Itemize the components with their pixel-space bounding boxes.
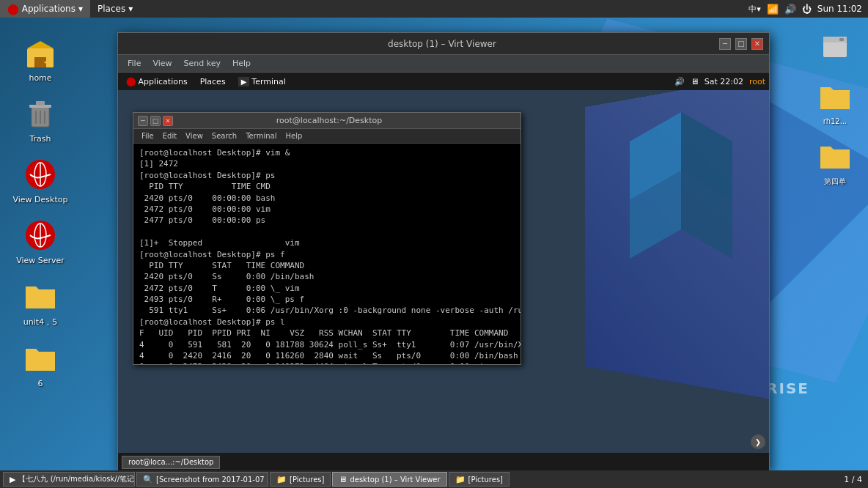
places-menu[interactable]: Places ▾ [90,0,140,18]
vm-window-buttons: ─ □ ✕ [716,38,763,50]
desktop-icon-fourth-unit[interactable]: 第四单 [814,136,856,190]
terminal-menu-view[interactable]: View [181,132,207,140]
desktop-icon-view-desktop[interactable]: View Desktop [4,154,77,207]
redhat-logo: ⬤ [7,3,19,15]
applications-menu[interactable]: ⬤ Applications ▾ [0,0,90,18]
taskbar-item-label-1: [Screenshot from 2017-01-07 ... [156,476,268,484]
inner-terminal-menu[interactable]: ▶ Terminal [234,77,290,86]
clock: Sun 11:02 [817,4,862,14]
vm-minimize-button[interactable]: ─ [719,38,731,50]
inner-terminal-icon: ▶ [238,77,250,86]
taskbar-terminal-icon: ▶ [10,475,15,484]
disk-icon [817,28,853,63]
home-icon-label: home [29,73,51,83]
taskbar-right: 1 / 4 [838,475,868,484]
page-indicator: 1 / 4 [844,475,862,484]
vm-close-button[interactable]: ✕ [751,38,763,50]
taskbar-items: ▶ 【七八九 (/run/media/kiosk//笔记... 🔍 [Scree… [0,472,838,487]
taskbar-item-78901[interactable]: ▶ 【七八九 (/run/media/kiosk//笔记... [3,472,135,487]
inner-task-terminal[interactable]: root@loca...:~/Desktop [122,456,220,469]
vm-menubar: File View Send key Help [118,55,769,73]
desktop-icon-6[interactable]: 6 [4,338,77,391]
inner-rh-logo: ⬤ [126,76,136,86]
terminal-menu-file[interactable]: File [137,132,158,140]
input-method[interactable]: 中▾ [749,4,761,15]
svg-point-3 [45,62,47,64]
inner-panel: ⬤ Applications Places ▶ Terminal 🔊 🖥 Sat… [118,73,769,90]
taskbar-item-label-4: [Pictures] [468,476,503,484]
desktop-icon-unit45[interactable]: unit4，5 [4,276,77,330]
inner-places-menu[interactable]: Places [196,77,230,86]
terminal-minimize-button[interactable]: ─ [138,116,148,126]
inner-volume-icon[interactable]: 🔊 [674,77,685,86]
taskbar-item-label-3: desktop (1) – Virt Viewer [350,476,440,484]
view-desktop-icon [23,157,58,192]
rh124-label-text: rh12... [823,117,847,125]
power-icon[interactable]: ⏻ [802,4,812,15]
unit45-folder-icon [23,278,58,314]
desktop-icon-rh124[interactable]: rh12... [814,76,856,128]
3d-decoration [608,105,754,290]
terminal-menu-terminal[interactable]: Terminal [241,132,281,140]
taskbar-folder-icon-2: 📁 [455,475,466,484]
inner-user: root [749,77,765,86]
home-folder-icon [23,35,58,70]
inner-clock: Sat 22:02 [705,77,743,86]
taskbar-item-pictures2[interactable]: 📁 [Pictures] [449,472,510,487]
vm-titlebar: desktop (1) – Virt Viewer ─ □ ✕ [118,33,769,55]
applications-label: Applications [22,4,76,14]
applications-arrow: ▾ [78,4,83,14]
vm-menu-file[interactable]: File [122,55,147,73]
inner-display-icon[interactable]: 🖥 [691,77,699,86]
inner-taskbar: root@loca...:~/Desktop [118,453,769,471]
top-panel-right: 中▾ 📶 🔊 ⏻ Sun 11:02 [749,4,868,15]
folder6-label: 6 [38,379,43,388]
inner-task-terminal-label: root@loca...:~/Desktop [128,458,213,466]
desktop-icon-trash[interactable]: Trash [4,93,77,147]
terminal-menu-help[interactable]: Help [281,132,306,140]
inner-applications-label: Applications [138,77,187,86]
terminal-restore-button[interactable]: □ [150,116,161,126]
terminal-menu-edit[interactable]: Edit [158,132,181,140]
wifi-icon[interactable]: 📶 [767,4,779,15]
desktop-icon-disk[interactable] [814,25,856,69]
fourth-unit-label: 第四单 [824,177,846,187]
vm-menu-help[interactable]: Help [227,55,257,73]
volume-icon[interactable]: 🔊 [784,4,796,15]
bottom-taskbar: ▶ 【七八九 (/run/media/kiosk//笔记... 🔍 [Scree… [0,470,868,488]
taskbar-item-virt-viewer[interactable]: 🖥 desktop (1) – Virt Viewer [332,472,446,487]
vm-menu-sendkey[interactable]: Send key [178,55,227,73]
top-panel: ⬤ Applications ▾ Places ▾ 中▾ 📶 🔊 ⏻ Sun 1… [0,0,868,18]
terminal-close-button[interactable]: ✕ [163,116,173,126]
inner-applications-menu[interactable]: ⬤ Applications [122,76,192,86]
view-server-icon [23,218,58,253]
vm-content: ⬤ Applications Places ▶ Terminal 🔊 🖥 Sat… [118,73,769,471]
svg-rect-6 [36,101,45,106]
rh124-folder-icon [817,79,853,114]
taskbar-item-screenshot[interactable]: 🔍 [Screenshot from 2017-01-07 ... [136,472,268,487]
terminal-content[interactable]: [root@localhost Desktop]# vim & [1] 2472… [133,144,521,364]
desktop-icons-left: home Trash [0,25,81,399]
taskbar-item-label-0: 【七八九 (/run/media/kiosk//笔记... [18,474,135,484]
fourth-unit-folder-icon [817,138,853,174]
taskbar-screen-icon: 🖥 [339,475,347,484]
vm-maximize-button[interactable]: □ [735,38,747,50]
taskbar-item-pictures1[interactable]: 📁 [Pictures] [270,472,331,487]
places-label: Places [98,4,125,14]
svg-rect-16 [839,38,844,41]
desktop-icon-home[interactable]: home [4,32,77,86]
view-server-label: View Server [16,256,65,265]
desktop: home Trash [0,18,868,470]
vm-menu-view[interactable]: View [147,55,177,73]
unit45-label: unit4，5 [23,317,57,328]
desktop-icon-view-server[interactable]: View Server [4,215,77,268]
virt-viewer-window: desktop (1) – Virt Viewer ─ □ ✕ File Vie… [117,32,770,472]
taskbar-folder-icon-1: 📁 [276,475,287,484]
terminal-menu-search[interactable]: Search [207,132,241,140]
places-arrow: ▾ [128,4,133,14]
folder6-icon [23,341,58,376]
inner-places-label: Places [200,77,226,86]
terminal-titlebar: ─ □ ✕ root@localhost:~/Desktop [133,113,521,129]
scroll-indicator[interactable]: ❯ [751,435,765,449]
taskbar-search-icon: 🔍 [143,475,153,484]
